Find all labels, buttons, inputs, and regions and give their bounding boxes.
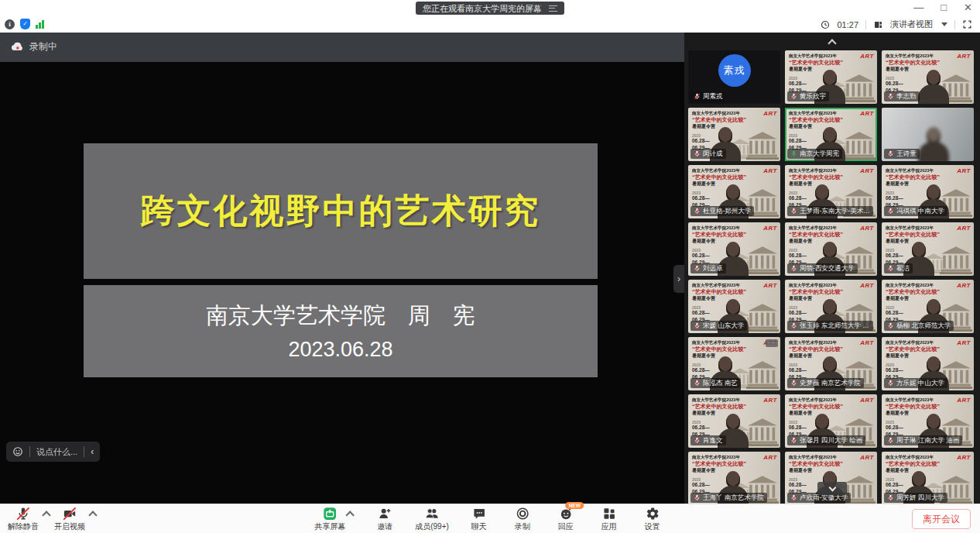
- layout-view-icon: [873, 20, 883, 29]
- participant-name: 刘远卓: [703, 264, 723, 273]
- name-plate: 张玉婷 东北师范大学 油画: [787, 321, 873, 331]
- share-screen-button[interactable]: 共享屏幕: [314, 507, 345, 532]
- microphone-muted-icon: [15, 507, 31, 521]
- record-circle-icon: [515, 507, 530, 521]
- participant-tile[interactable]: 南京大学艺术学院2023年 “艺术史中的文化比较” 暑期夏令营 2023 06.…: [785, 108, 877, 161]
- art-logo: ART: [957, 339, 971, 346]
- settings-button[interactable]: 设置: [639, 507, 666, 532]
- mic-muted-icon: [790, 380, 797, 387]
- minimize-button[interactable]: —: [913, 0, 923, 15]
- chevron-down-icon: [828, 483, 836, 491]
- members-button[interactable]: 成员(99+): [415, 507, 449, 532]
- meeting-info-icon[interactable]: i: [5, 19, 15, 29]
- meeting-timer: 01:27: [837, 20, 858, 29]
- participant-tile[interactable]: 南京大学艺术学院2023年 “艺术史中的文化比较” 暑期夏令营 2023 06.…: [688, 50, 780, 104]
- cloud-recording-icon: [11, 42, 24, 52]
- window-titlebar: 您正在观看南京大学周宪的屏幕 — □ ✕: [0, 0, 980, 17]
- participant-tile[interactable]: 南京大学艺术学院2023年 “艺术史中的文化比较” 暑期夏令营 2023 06.…: [882, 222, 974, 276]
- participant-tile[interactable]: 南京大学艺术学院2023年 “艺术史中的文化比较” 暑期夏令营 2023 06.…: [785, 280, 877, 333]
- participants-panel: 南京大学艺术学院2023年 “艺术史中的文化比较” 暑期夏令营 2023 06.…: [684, 33, 980, 504]
- art-logo: ART: [860, 167, 874, 174]
- participant-name: 杜亚格-郑州大学: [703, 207, 751, 216]
- name-plate: 周萌-西安交通大学: [787, 263, 858, 273]
- participant-name: 王梦雨-东南大学-美术学...: [800, 207, 870, 216]
- banner-menu-icon[interactable]: [549, 5, 557, 12]
- art-logo: ART: [957, 397, 971, 404]
- unmute-button[interactable]: 解除静音: [8, 507, 39, 532]
- participant-tile[interactable]: 南京大学艺术学院2023年 “艺术史中的文化比较” 暑期夏令营 2023 06.…: [882, 452, 974, 504]
- maximize-button[interactable]: □: [941, 0, 947, 15]
- avatar: 素戎: [718, 54, 751, 87]
- panel-scroll-down-button[interactable]: [817, 482, 847, 495]
- fullscreen-icon[interactable]: [962, 19, 972, 29]
- temple-graphic: [746, 246, 779, 274]
- participant-name: 张馨月 四川大学 绘画: [800, 436, 862, 445]
- view-mode-caret-icon[interactable]: [941, 22, 947, 26]
- name-plate: 王海丫 南京艺术学院: [690, 493, 767, 503]
- art-logo: ART: [860, 282, 874, 289]
- chat-button[interactable]: 聊天: [466, 507, 492, 532]
- participant-tile[interactable]: 南京大学艺术学院2023年 “艺术史中的文化比较” 暑期夏令营 2023 06.…: [688, 222, 780, 276]
- participant-video-silhouette: [917, 70, 951, 104]
- security-shield-icon[interactable]: ✓: [20, 19, 30, 29]
- participant-tile[interactable]: 南京大学艺术学院2023年 “艺术史中的文化比较” 暑期夏令营 2023 06.…: [785, 394, 877, 448]
- participant-tile[interactable]: 南京大学艺术学院2023年 “艺术史中的文化比较” 暑期夏令营 2023 06.…: [785, 452, 877, 504]
- mic-muted-icon: [887, 437, 894, 444]
- chat-input-placeholder[interactable]: 说点什么...: [36, 446, 77, 458]
- clock-icon: [821, 20, 830, 29]
- participant-tile[interactable]: 南京大学艺术学院2023年 “艺术史中的文化比较” 暑期夏令营 2023 06.…: [688, 108, 780, 161]
- participant-tile[interactable]: 南京大学艺术学院2023年 “艺术史中的文化比较” 暑期夏令营 2023 06.…: [882, 280, 974, 333]
- panel-scroll-up-icon[interactable]: [828, 39, 836, 47]
- apps-button[interactable]: 应用: [596, 507, 622, 532]
- participant-name: 李志勤: [896, 92, 917, 101]
- participant-tile[interactable]: 南京大学艺术学院2023年 “艺术史中的文化比较” 暑期夏令营 2023 06.…: [688, 394, 780, 448]
- art-logo: ART: [860, 110, 874, 117]
- network-signal-icon[interactable]: [36, 19, 44, 29]
- participant-tile[interactable]: 南京大学艺术学院2023年 “艺术史中的文化比较” 暑期夏令营 2023 06.…: [882, 108, 974, 161]
- reactions-button[interactable]: NEW 回应: [553, 507, 579, 532]
- participant-name: 杨柳 北京师范大学: [896, 322, 951, 331]
- invite-button[interactable]: 邀请: [372, 507, 398, 532]
- mic-muted-icon: [887, 150, 894, 157]
- view-mode-selector[interactable]: 演讲者视图: [890, 19, 933, 30]
- art-logo: ART: [957, 225, 971, 232]
- tile-more-button[interactable]: ···: [766, 339, 778, 347]
- mic-muted-icon: [790, 208, 797, 215]
- participant-tile[interactable]: 南京大学艺术学院2023年 “艺术史中的文化比较” 暑期夏令营 2023 06.…: [785, 50, 877, 104]
- participant-tile[interactable]: 南京大学艺术学院2023年 “艺术史中的文化比较” 暑期夏令营 2023 06.…: [785, 165, 877, 218]
- close-button[interactable]: ✕: [964, 0, 972, 15]
- participant-tile[interactable]: 南京大学艺术学院2023年 “艺术史中的文化比较” 暑期夏令营 2023 06.…: [882, 394, 974, 448]
- participant-tile[interactable]: 南京大学艺术学院2023年 “艺术史中的文化比较” 暑期夏令营 2023 06.…: [882, 165, 974, 218]
- share-options-caret[interactable]: [346, 511, 355, 519]
- art-logo: ART: [860, 454, 874, 461]
- participant-tile[interactable]: 南京大学艺术学院2023年 “艺术史中的文化比较” 暑期夏令营 2023 06.…: [785, 337, 877, 390]
- start-video-button[interactable]: 开启视频: [54, 507, 85, 532]
- mic-muted-icon: [694, 494, 701, 501]
- name-plate: 周素戎: [690, 91, 726, 101]
- participant-tile[interactable]: 南京大学艺术学院2023年 “艺术史中的文化比较” 暑期夏令营 2023 06.…: [785, 222, 877, 276]
- members-people-icon: [424, 507, 440, 521]
- name-plate: 周芳妍 四川大学: [884, 493, 947, 503]
- chat-collapse-icon[interactable]: ‹: [91, 446, 94, 457]
- reaction-smiley-icon: NEW: [558, 507, 574, 521]
- participant-name: 闵计成: [703, 150, 723, 159]
- participant-tile[interactable]: 南京大学艺术学院2023年 “艺术史中的文化比较” 暑期夏令营 2023 06.…: [688, 337, 780, 390]
- leave-meeting-button[interactable]: 离开会议: [912, 509, 971, 529]
- temple-graphic: [746, 132, 779, 160]
- emoji-icon[interactable]: [12, 446, 23, 457]
- video-options-caret[interactable]: [88, 511, 97, 519]
- participant-tile[interactable]: 南京大学艺术学院2023年 “艺术史中的文化比较” 暑期夏令营 2023 06.…: [882, 337, 974, 390]
- art-logo: ART: [763, 225, 777, 232]
- name-plate: 杜亚格-郑州大学: [690, 206, 754, 216]
- record-button[interactable]: 录制: [509, 507, 536, 532]
- name-plate: 陈泓杰 南艺: [690, 378, 741, 388]
- art-logo: ART: [957, 282, 971, 289]
- quick-chat-bar[interactable]: 说点什么... ‹: [6, 442, 100, 462]
- participant-tile[interactable]: 南京大学艺术学院2023年 “艺术史中的文化比较” 暑期夏令营 2023 06.…: [688, 165, 780, 218]
- participant-tile[interactable]: 南京大学艺术学院2023年 “艺术史中的文化比较” 暑期夏令营 2023 06.…: [688, 452, 780, 504]
- participant-tile[interactable]: 南京大学艺术学院2023年 “艺术史中的文化比较” 暑期夏令营 2023 06.…: [882, 50, 974, 104]
- mic-options-caret[interactable]: [42, 511, 50, 519]
- panel-collapse-handle[interactable]: ›: [673, 265, 684, 293]
- participant-tile[interactable]: 南京大学艺术学院2023年 “艺术史中的文化比较” 暑期夏令营 2023 06.…: [688, 280, 780, 333]
- name-plate: 翟洁: [884, 263, 913, 273]
